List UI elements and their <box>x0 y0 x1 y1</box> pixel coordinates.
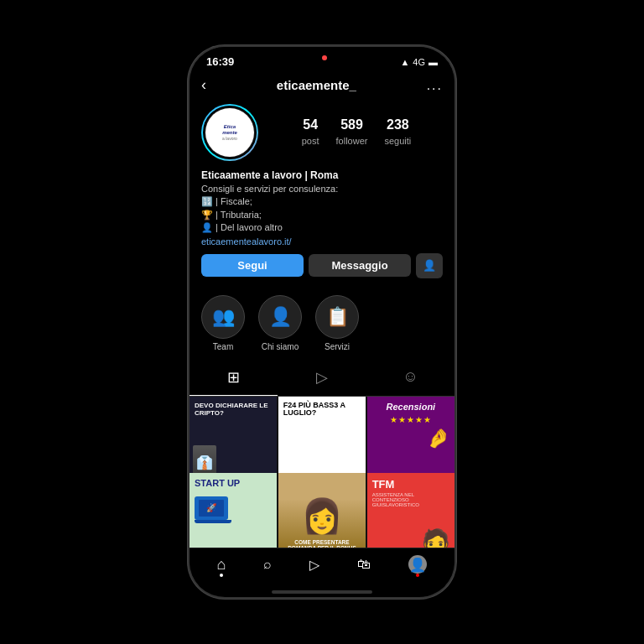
servizi-icon: 📋 <box>326 306 349 328</box>
highlight-chisiamo[interactable]: 👤 Chi siamo <box>258 295 302 351</box>
add-person-button[interactable]: 👤 <box>416 253 443 278</box>
profile-username: eticaemente_ <box>277 78 356 92</box>
home-icon: ⌂ <box>217 556 226 574</box>
laptop-icon: 🚀 <box>195 496 228 520</box>
profile-top: Eticamente a lavoro 54 post 589 <box>201 104 443 161</box>
signal-icon: ▲ <box>400 57 409 67</box>
profile-dot <box>416 574 419 577</box>
tfm-post: TFM ASSISTENZA NEL CONTENZIOSO GIUISLAVO… <box>367 473 454 548</box>
f24-post: F24 PIÙ BASS3 A LUGLIO? € 6.730* <box>278 397 366 484</box>
follower-label: follower <box>336 136 368 146</box>
profile-bio: Consigli e servizi per consulenza: 🔢 | F… <box>201 183 443 235</box>
grid-cell-5[interactable]: 👩 COME PRESENTARE DOMANDA PER IL BONUS P… <box>278 473 366 548</box>
laptop-wrapper: 🚀 <box>195 493 272 523</box>
nav-home[interactable]: ⌂ <box>217 556 226 574</box>
tab-grid[interactable]: ⊞ <box>190 360 278 396</box>
tagged-icon: ☺ <box>402 368 418 386</box>
phone-outer: 16:39 ▲ 4G ▬ ‹ eticaemente_ ... <box>188 45 456 599</box>
highlight-servizi[interactable]: 📋 Servizi <box>315 295 359 351</box>
home-active-dot <box>220 574 223 577</box>
bio-line1: Consigli e servizi per consulenza: <box>201 184 338 194</box>
tab-reels[interactable]: ▷ <box>278 360 366 396</box>
search-icon: ⌕ <box>263 557 272 572</box>
profile-name: Eticaamente a lavoro | Roma <box>201 169 443 181</box>
crypto-title: DEVO DICHIARARE LE CRIPTO? <box>195 402 272 418</box>
avatar-inner: Eticamente a lavoro <box>203 106 257 159</box>
hand-icon: 🤌 <box>427 428 449 449</box>
nav-reels[interactable]: ▷ <box>309 557 319 573</box>
recensioni-title: Recensioni <box>386 402 435 412</box>
tab-tagged[interactable]: ☺ <box>366 360 454 396</box>
grid-cell-4[interactable]: START UP 🚀 <box>190 473 277 548</box>
laptop-screen: 🚀 <box>199 500 224 517</box>
status-time: 16:39 <box>206 55 234 68</box>
bio-line4: 👤 | Del lavoro altro <box>201 222 283 232</box>
stats-row: 54 post 589 follower 238 seguiti <box>270 117 443 148</box>
stat-post: 54 post <box>302 117 319 148</box>
avatar-wrapper: Eticamente a lavoro <box>201 104 258 161</box>
home-indicator <box>272 590 372 594</box>
profile-link[interactable]: eticaementealavoro.it/ <box>201 236 443 247</box>
rocket-icon: 🚀 <box>206 503 216 512</box>
grid-cell-6[interactable]: TFM ASSISTENZA NEL CONTENZIOSO GIUISLAVO… <box>367 473 454 548</box>
shop-icon: 🛍 <box>357 557 371 572</box>
back-button[interactable]: ‹ <box>201 76 206 94</box>
action-buttons: Segui Messaggio 👤 <box>201 253 443 278</box>
nav-search[interactable]: ⌕ <box>263 557 272 572</box>
team-icon: 👥 <box>212 306 235 328</box>
recensioni-post: Recensioni ★★★★★ 🤌 <box>367 397 454 484</box>
stars-rating: ★★★★★ <box>390 415 432 424</box>
bottom-nav: ⌂ ⌕ ▷ 🛍 👤 <box>190 548 454 590</box>
stat-seguiti: 238 seguiti <box>384 117 411 148</box>
grid-cell-3[interactable]: Recensioni ★★★★★ 🤌 <box>367 397 454 484</box>
man-icon: 👔 <box>196 454 213 470</box>
person-photo: 👩 <box>301 496 343 536</box>
laptop-base <box>195 520 231 523</box>
person-post: 👩 <box>278 473 366 548</box>
highlights-row: 👥 Team 👤 Chi siamo 📋 Servizi <box>190 295 454 360</box>
highlight-circle-team: 👥 <box>201 295 245 339</box>
stat-follower: 589 follower <box>336 117 368 148</box>
follow-button[interactable]: Segui <box>201 254 304 277</box>
avatar-text-line1: Eticamente <box>222 124 237 136</box>
power-button <box>454 173 456 220</box>
grid-icon: ⊞ <box>227 368 240 387</box>
phone-frame: 16:39 ▲ 4G ▬ ‹ eticaemente_ ... <box>188 45 456 599</box>
reels-tab-icon: ▷ <box>316 368 328 387</box>
seguiti-label: seguiti <box>384 136 411 146</box>
highlight-circle-servizi: 📋 <box>315 295 359 339</box>
avatar-text-sub: a lavoro <box>222 136 237 141</box>
startup-title: START UP <box>195 478 272 488</box>
person-post-text: COME PRESENTARE DOMANDA PER IL BONUS PSI… <box>282 539 362 548</box>
person-face: 👩 <box>278 473 366 548</box>
phone-screen: 16:39 ▲ 4G ▬ ‹ eticaemente_ ... <box>190 47 454 597</box>
ig-header: ‹ eticaemente_ ... <box>190 71 454 101</box>
profile-nav-avatar: 👤 <box>408 555 427 574</box>
startup-post: START UP 🚀 <box>190 473 277 548</box>
post-count: 54 <box>302 117 319 132</box>
profile-section: Eticamente a lavoro 54 post 589 <box>190 101 454 295</box>
chisiamo-icon: 👤 <box>269 306 292 328</box>
nav-shop[interactable]: 🛍 <box>357 557 371 572</box>
posts-grid: DEVO DICHIARARE LE CRIPTO? 👔 F24 PIÙ BAS… <box>190 397 454 548</box>
network-label: 4G <box>413 57 425 67</box>
message-button[interactable]: Messaggio <box>309 254 411 277</box>
person-photo-tfm: 🧔 <box>420 527 451 548</box>
nav-profile[interactable]: 👤 <box>408 555 427 574</box>
highlight-team[interactable]: 👥 Team <box>201 295 245 351</box>
add-person-icon: 👤 <box>423 259 436 272</box>
f24-title: F24 PIÙ BASS3 A LUGLIO? <box>283 402 361 418</box>
highlight-label-servizi: Servizi <box>325 342 350 351</box>
tfm-subtitle: ASSISTENZA NEL CONTENZIOSO GIUISLAVORIST… <box>372 492 449 507</box>
more-button[interactable]: ... <box>427 78 443 93</box>
seguiti-count: 238 <box>384 117 411 132</box>
grid-cell-2[interactable]: F24 PIÙ BASS3 A LUGLIO? € 6.730* <box>278 397 366 484</box>
grid-cell-1[interactable]: DEVO DICHIARARE LE CRIPTO? 👔 <box>190 397 277 484</box>
reels-icon: ▷ <box>309 557 319 573</box>
post-label: post <box>302 136 319 146</box>
avatar: Eticamente a lavoro <box>205 108 254 157</box>
camera-dot <box>322 55 327 60</box>
battery-icon: ▬ <box>428 57 438 67</box>
content-tabs: ⊞ ▷ ☺ <box>190 360 454 397</box>
tfm-person-icon: 🧔 <box>420 528 451 548</box>
